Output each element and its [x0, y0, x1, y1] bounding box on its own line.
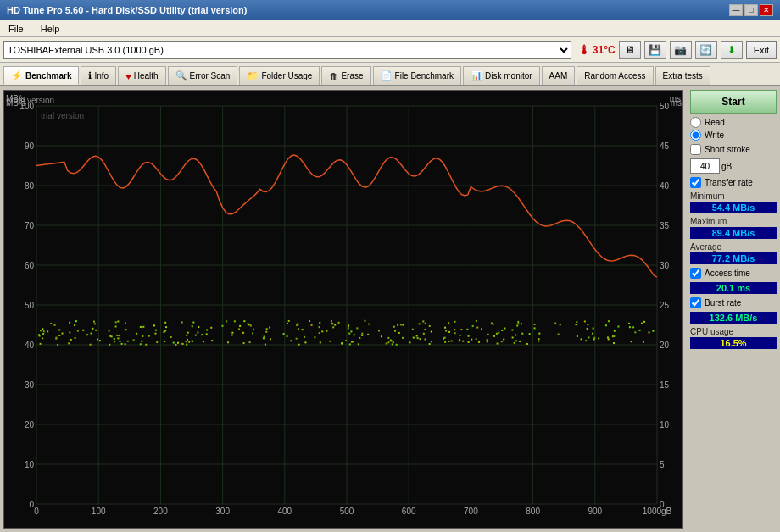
chart-area: trial version MB/s ms	[3, 90, 683, 529]
tab-error-scan[interactable]: 🔍 Error Scan	[168, 66, 238, 85]
write-radio[interactable]	[690, 130, 701, 141]
exit-button[interactable]: Exit	[746, 41, 777, 59]
error-scan-icon: 🔍	[176, 70, 187, 81]
tab-random-access[interactable]: Random Access	[577, 66, 653, 85]
tab-aam-label: AAM	[549, 71, 568, 80]
burst-rate-row[interactable]: Burst rate	[690, 297, 777, 308]
health-icon: ♥	[125, 71, 131, 81]
benchmark-icon: ⚡	[11, 70, 23, 81]
title-bar: HD Tune Pro 5.60 - Hard Disk/SSD Utility…	[0, 0, 780, 20]
tab-file-benchmark[interactable]: 📄 File Benchmark	[373, 66, 461, 85]
maximum-stat: Maximum 89.4 MB/s	[690, 217, 777, 239]
access-time-value: 20.1 ms	[690, 282, 777, 294]
icon-btn-5[interactable]: ⬇	[721, 41, 743, 59]
burst-rate-value: 132.6 MB/s	[690, 312, 777, 324]
mode-radio-group: Read Write	[690, 117, 777, 141]
tab-error-scan-label: Error Scan	[190, 71, 231, 80]
disk-monitor-icon: 📊	[471, 70, 482, 81]
read-radio[interactable]	[690, 117, 701, 128]
cpu-usage-label: CPU usage	[690, 327, 777, 336]
tab-file-benchmark-label: File Benchmark	[395, 71, 454, 80]
read-label: Read	[705, 118, 725, 127]
menu-file[interactable]: File	[3, 23, 29, 35]
menu-bar: File Help	[0, 20, 780, 37]
cpu-usage-value: 16.5%	[690, 337, 777, 349]
access-time-label: Access time	[705, 269, 750, 278]
access-time-checkbox[interactable]	[690, 268, 701, 279]
minimum-label: Minimum	[690, 191, 777, 201]
main-content: trial version MB/s ms Start Read Write S…	[0, 86, 780, 532]
burst-rate-checkbox[interactable]	[690, 297, 701, 308]
tab-folder-usage[interactable]: 📁 Folder Usage	[239, 66, 320, 85]
short-stroke-checkbox[interactable]	[690, 144, 701, 155]
transfer-rate-checkbox[interactable]	[690, 177, 701, 188]
start-button[interactable]: Start	[690, 90, 777, 114]
write-label: Write	[705, 130, 724, 140]
short-stroke-label: Short stroke	[705, 145, 750, 154]
burst-rate-stat: 132.6 MB/s	[690, 312, 777, 324]
window-title: HD Tune Pro 5.60 - Hard Disk/SSD Utility…	[7, 5, 247, 15]
access-time-stat: 20.1 ms	[690, 282, 777, 294]
tab-info-label: Info	[94, 71, 109, 80]
short-stroke-row[interactable]: Short stroke	[690, 144, 777, 155]
info-icon: ℹ	[88, 70, 92, 81]
icon-btn-1[interactable]: 🖥	[619, 41, 641, 59]
cpu-usage-stat: CPU usage 16.5%	[690, 327, 777, 349]
tab-extra-tests[interactable]: Extra tests	[655, 66, 710, 85]
tab-benchmark[interactable]: ⚡ Benchmark	[3, 66, 79, 85]
tab-benchmark-label: Benchmark	[25, 71, 71, 80]
tab-erase-label: Erase	[341, 71, 363, 80]
tab-erase[interactable]: 🗑 Erase	[321, 66, 370, 85]
file-benchmark-icon: 📄	[381, 70, 393, 81]
icon-btn-4[interactable]: 🔄	[695, 41, 717, 59]
tab-aam[interactable]: AAM	[542, 66, 576, 85]
gb-label: gB	[722, 162, 732, 171]
temperature-value: 31°C	[593, 44, 616, 56]
tab-health[interactable]: ♥ Health	[118, 66, 165, 85]
tab-random-access-label: Random Access	[584, 71, 645, 80]
y-right-label: ms	[670, 94, 681, 103]
average-value: 77.2 MB/s	[690, 252, 777, 264]
menu-help[interactable]: Help	[36, 23, 65, 35]
minimum-stat: Minimum 54.4 MB/s	[690, 191, 777, 213]
tab-bar: ⚡ Benchmark ℹ Info ♥ Health 🔍 Error Scan…	[0, 63, 780, 86]
close-button[interactable]: ✕	[760, 4, 773, 16]
read-radio-label[interactable]: Read	[690, 117, 777, 128]
transfer-rate-label: Transfer rate	[705, 178, 753, 187]
tab-disk-monitor[interactable]: 📊 Disk monitor	[463, 66, 540, 85]
maximum-value: 89.4 MB/s	[690, 227, 777, 239]
tab-extra-tests-label: Extra tests	[663, 71, 703, 80]
average-stat: Average 77.2 MB/s	[690, 242, 777, 264]
maximum-label: Maximum	[690, 217, 777, 226]
short-stroke-input[interactable]	[690, 158, 720, 174]
tab-folder-label: Folder Usage	[261, 71, 312, 80]
tab-disk-monitor-label: Disk monitor	[485, 71, 532, 80]
icon-btn-2[interactable]: 💾	[644, 41, 666, 59]
minimize-button[interactable]: —	[729, 4, 743, 16]
y-left-label: MB/s	[6, 94, 25, 103]
toolbar: TOSHIBAExternal USB 3.0 (1000 gB) 🌡 31°C…	[0, 37, 780, 63]
temperature-display: 🌡 31°C	[578, 43, 616, 57]
maximize-button[interactable]: □	[744, 4, 758, 16]
transfer-rate-row[interactable]: Transfer rate	[690, 177, 777, 188]
tab-health-label: Health	[134, 71, 159, 80]
thermometer-icon: 🌡	[578, 43, 590, 57]
right-panel: Start Read Write Short stroke gB Transfe…	[687, 86, 780, 532]
tab-info[interactable]: ℹ Info	[81, 66, 116, 85]
icon-btn-3[interactable]: 📷	[670, 41, 692, 59]
window-controls: — □ ✕	[729, 4, 773, 16]
folder-icon: 📁	[247, 70, 259, 81]
minimum-value: 54.4 MB/s	[690, 202, 777, 213]
benchmark-chart	[4, 91, 682, 528]
burst-rate-label: Burst rate	[705, 298, 741, 308]
access-time-row[interactable]: Access time	[690, 268, 777, 279]
average-label: Average	[690, 242, 777, 252]
short-stroke-value-row: gB	[690, 158, 777, 174]
erase-icon: 🗑	[329, 71, 338, 81]
write-radio-label[interactable]: Write	[690, 130, 777, 141]
drive-selector[interactable]: TOSHIBAExternal USB 3.0 (1000 gB)	[3, 41, 571, 59]
